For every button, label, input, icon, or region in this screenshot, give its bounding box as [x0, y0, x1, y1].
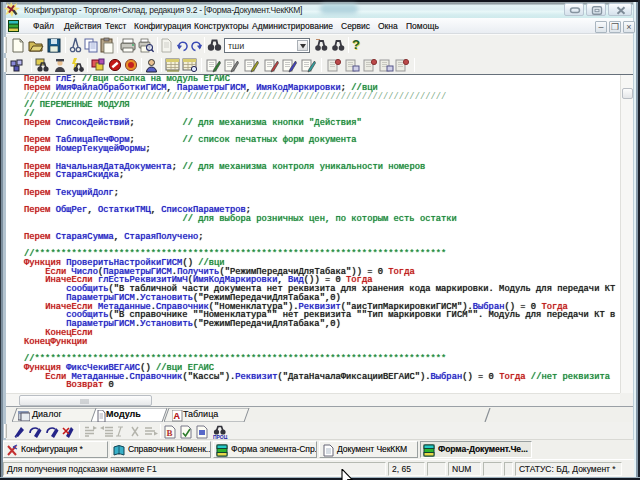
svg-text:ПРОЦ: ПРОЦ [213, 434, 228, 439]
svg-text:B: B [167, 428, 173, 438]
svg-text:A: A [174, 411, 181, 421]
